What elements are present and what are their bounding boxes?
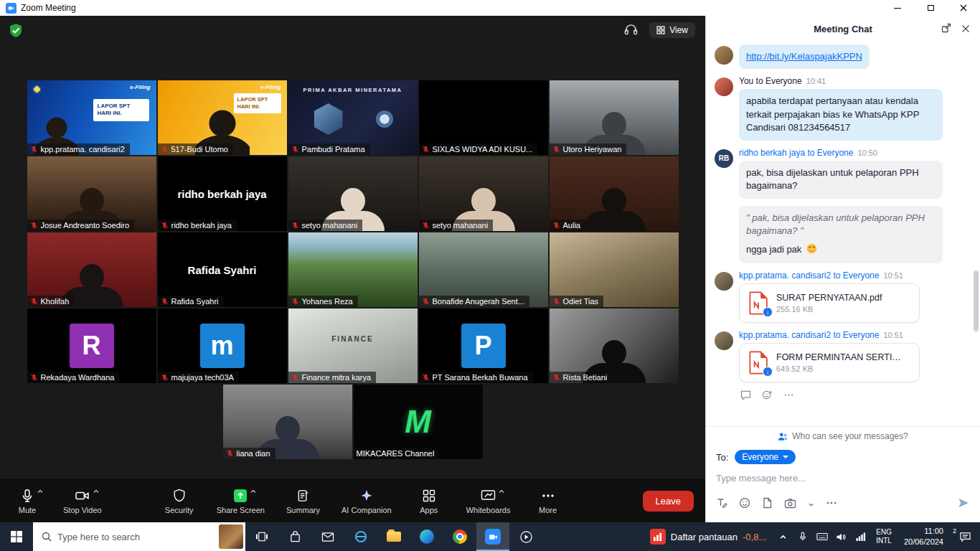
ai-companion-button[interactable]: AI Companion — [341, 488, 392, 514]
taskbar-search[interactable] — [33, 522, 245, 551]
summary-button[interactable]: Summary — [286, 488, 320, 514]
participant-tile[interactable]: setyo mahanani — [288, 156, 418, 231]
participant-tile[interactable]: PRIMA AKBAR MINERATAMA Pambudi Pratama — [288, 80, 418, 155]
mute-button[interactable]: Mute — [11, 488, 43, 514]
participant-tile[interactable]: e-Filing LAPOR SPT HARI INI. kpp.pratama… — [27, 80, 156, 155]
tray-keyboard-icon[interactable] — [812, 522, 831, 551]
taskbar-search-input[interactable] — [57, 532, 179, 542]
tray-network-icon[interactable] — [851, 522, 870, 551]
participant-tile[interactable]: Rafida Syahri Rafida Syahri — [158, 232, 287, 307]
participant-tile[interactable]: FINANCE Finance mitra karya — [288, 309, 418, 383]
chat-message-input[interactable] — [709, 467, 963, 489]
message-time: 10:51 — [883, 331, 903, 339]
participant-name: majujaya tech03A — [171, 373, 234, 382]
taskbar-edge-icon[interactable] — [410, 522, 443, 551]
language-indicator[interactable]: ENG INTL — [870, 528, 897, 546]
participant-tile[interactable]: SIXLAS WIDYA ADI KUSU... — [419, 80, 548, 155]
add-reaction-icon[interactable] — [762, 390, 773, 403]
participant-tile[interactable]: e-Filing LAPOR SPT HARI INI. 517-Budi Ut… — [158, 80, 287, 155]
start-button[interactable] — [0, 522, 33, 551]
screenshot-options-chevron[interactable] — [808, 498, 814, 511]
avatar — [715, 46, 733, 65]
taskbar-internet-explorer-icon[interactable] — [344, 522, 377, 551]
format-text-icon[interactable] — [716, 497, 727, 512]
quote-reply-icon[interactable] — [740, 390, 751, 403]
recipient-selector[interactable]: Everyone — [735, 450, 796, 464]
participant-tile[interactable]: setyo mahanani — [419, 156, 548, 231]
close-button[interactable] — [947, 0, 980, 16]
whiteboard-options-chevron[interactable] — [498, 488, 505, 495]
message-link[interactable]: http://bit.ly/KelaspajakKPPN — [746, 51, 862, 62]
participant-tile[interactable]: Bonafide Anugerah Sent... — [419, 232, 548, 307]
file-attachment[interactable]: ↓ SURAT PERNYATAAN.pdf 255.16 KB — [739, 283, 920, 323]
screenshot-icon[interactable] — [784, 498, 796, 512]
taskbar-media-player-icon[interactable] — [509, 522, 542, 551]
close-chat-icon[interactable] — [961, 23, 970, 36]
taskbar-file-explorer-icon[interactable] — [377, 522, 410, 551]
taskbar-mail-icon[interactable] — [311, 522, 344, 551]
hidden-icons-chevron[interactable] — [773, 522, 793, 551]
participant-name-label: PT Sarana Berkah Buwana — [419, 372, 533, 383]
taskbar-store-icon[interactable] — [278, 522, 311, 551]
view-label: View — [669, 25, 688, 35]
search-highlight-thumbnail[interactable] — [219, 524, 243, 549]
participant-tile[interactable]: Odiet Tias — [550, 232, 679, 307]
apps-button[interactable]: Apps — [413, 488, 445, 514]
more-actions-icon[interactable] — [783, 390, 794, 403]
share-screen-icon — [233, 489, 248, 503]
popout-chat-icon[interactable] — [941, 23, 951, 36]
stop-video-button[interactable]: Stop Video — [63, 488, 102, 514]
participant-tile[interactable]: Kholifah — [27, 232, 156, 307]
participant-name: MIKACARES Channel — [357, 449, 435, 458]
chat-message-list: http://bit.ly/KelaspajakKPPN You to Ever… — [706, 42, 980, 425]
minimize-button[interactable] — [881, 0, 914, 16]
pdf-file-icon: ↓ — [748, 351, 768, 375]
participant-tile[interactable]: Utoro Heriyawan — [550, 80, 679, 155]
taskbar-chrome-icon[interactable] — [443, 522, 476, 551]
whiteboards-label: Whiteboards — [466, 506, 511, 514]
stocks-widget[interactable]: Daftar pantauan -0,8... — [643, 522, 773, 551]
message-bubble: pak, bisa dijelaskan untuk pelaporan PPH… — [739, 161, 943, 199]
taskbar-zoom-icon[interactable] — [476, 522, 509, 551]
file-name: SURAT PERNYATAAN.pdf — [776, 293, 882, 303]
participant-tile[interactable]: R Rekadaya Wardhana — [27, 309, 156, 383]
participant-tile[interactable]: M MIKACARES Channel — [354, 385, 483, 459]
video-options-chevron[interactable] — [93, 488, 100, 495]
participant-tile[interactable]: Rista Betiani — [550, 309, 679, 383]
participant-tile[interactable]: Josue Andreanto Soediro — [27, 156, 156, 231]
share-screen-button[interactable]: Share Screen — [217, 488, 265, 514]
audio-settings-icon[interactable] — [624, 23, 638, 38]
mute-options-chevron[interactable] — [37, 488, 44, 495]
tray-speaker-icon[interactable] — [831, 522, 851, 551]
chat-scrollbar-thumb[interactable] — [974, 270, 979, 331]
participant-tile[interactable]: Aulia — [550, 156, 679, 231]
leave-button[interactable]: Leave — [643, 491, 694, 512]
participant-tile[interactable]: liana dian — [223, 385, 352, 459]
participant-tile[interactable]: m majujaya tech03A — [158, 309, 287, 383]
more-tools-icon[interactable] — [826, 497, 837, 512]
action-center-button[interactable]: 2 — [950, 522, 980, 551]
tray-microphone-icon[interactable] — [793, 522, 812, 551]
participant-tile[interactable]: P PT Sarana Berkah Buwana — [419, 309, 548, 383]
share-options-chevron[interactable] — [250, 488, 257, 495]
security-button[interactable]: Security — [164, 488, 195, 514]
task-view-button[interactable] — [245, 522, 278, 551]
stocks-label: Daftar pantauan — [671, 532, 738, 542]
more-button[interactable]: More — [532, 488, 564, 514]
participant-name-label: ridho berkah jaya — [158, 220, 237, 231]
send-message-icon[interactable] — [957, 496, 970, 512]
muted-mic-icon — [291, 222, 299, 230]
file-attachment[interactable]: ↓ FORM PERMINTAAN SERTIFIKAT... 649.52 K… — [739, 343, 920, 382]
maximize-button[interactable] — [914, 0, 947, 16]
meeting-security-shield-icon[interactable] — [9, 23, 23, 42]
emoji-icon[interactable] — [739, 497, 750, 512]
participant-tile[interactable]: ridho berkah jaya ridho berkah jaya — [158, 156, 287, 231]
participant-name: Rista Betiani — [563, 373, 608, 382]
download-icon[interactable]: ↓ — [763, 367, 773, 377]
file-attach-icon[interactable] — [762, 497, 773, 512]
taskbar-clock[interactable]: 11:00 20/06/2024 — [897, 526, 950, 547]
view-button[interactable]: View — [649, 22, 695, 38]
whiteboards-button[interactable]: Whiteboards — [466, 488, 511, 514]
participant-tile[interactable]: Yohanes Reza — [288, 232, 418, 307]
download-icon[interactable]: ↓ — [763, 307, 773, 317]
